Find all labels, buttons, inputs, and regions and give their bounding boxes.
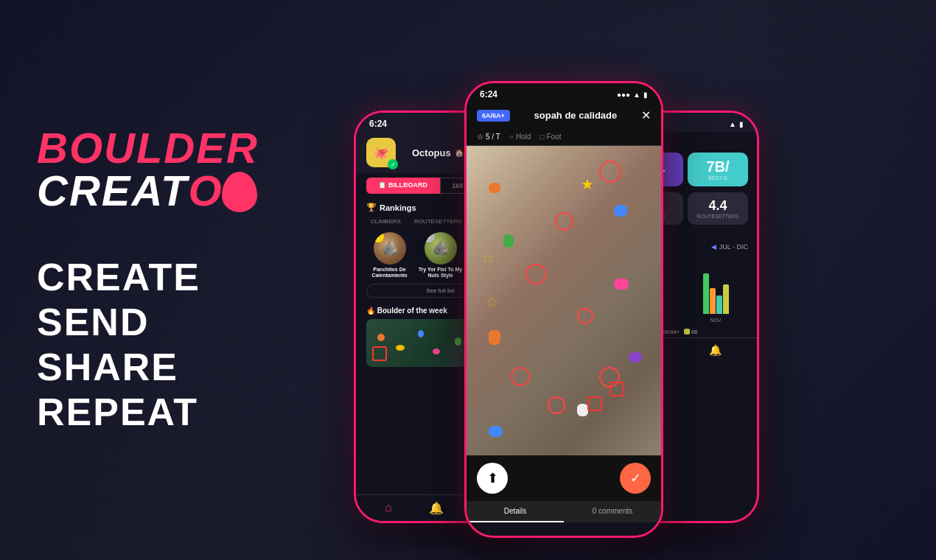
- foot-hold-1: [610, 382, 624, 396]
- phone-detail-screen: 6:24 ●●● ▲ ▮ 6A/6A+ sopah de calidade ✕: [467, 83, 661, 536]
- star-filter-icon: ☆: [477, 133, 483, 141]
- hold-1: [377, 334, 385, 341]
- route-hold-4: [577, 308, 593, 324]
- battery-icon-2: ▮: [643, 91, 648, 99]
- legend-label-6b: 6B: [691, 329, 698, 335]
- wall-hold-pink-1: [614, 279, 629, 290]
- legend-6b: 6B: [684, 329, 698, 335]
- bottom-actions: ⬆ ✓: [467, 455, 661, 501]
- grade-badge: 6A/6A+: [477, 110, 510, 122]
- rank-tab-routesetters[interactable]: ROUTESETTERS: [410, 217, 467, 226]
- wall-hold-orange-2: [489, 330, 500, 345]
- detail-tabs: Details 0 comments: [467, 501, 661, 522]
- stat-card-routesetters: 4.4 ROUTESETTERS: [688, 192, 748, 225]
- wifi-icon-2: ▲: [633, 91, 640, 99]
- status-icons-3: ▲ ▮: [729, 120, 744, 128]
- tab-comments[interactable]: 0 comments: [564, 501, 661, 522]
- left-section: BOULDER CREAT O CREATE SEND SHARE REPEAT: [0, 97, 317, 463]
- rank-tab-climbers[interactable]: CLIMBERS: [366, 217, 405, 226]
- share-button[interactable]: ⬆: [477, 463, 508, 494]
- wall-hold-green-1: [503, 234, 514, 248]
- nav-home-icon[interactable]: ⌂: [385, 501, 392, 515]
- nav-bell-icon[interactable]: 🔔: [429, 501, 444, 515]
- nov-label: NOV: [710, 318, 721, 323]
- route-hold-3: [525, 264, 546, 284]
- status-time-1: 6:24: [369, 119, 387, 129]
- wall-image: ★ ☆ ☆: [467, 146, 661, 455]
- rank-avatar-2: 2 🪨: [425, 232, 457, 265]
- month-range: JUL - DIC: [719, 243, 748, 251]
- boulder-header: 6A/6A+ sopah de calidade ✕: [467, 102, 661, 128]
- rank-item-1: 1 🪨 Panchitos De Calentamiento: [366, 232, 413, 279]
- route-hold-6: [548, 396, 565, 414]
- nov-group: NOV: [703, 273, 729, 323]
- close-button[interactable]: ✕: [641, 108, 651, 122]
- rank-item-2: 2 🪨 Try Yor Fist To My Nuts Style: [417, 232, 464, 279]
- tagline-share: SHARE: [37, 346, 280, 388]
- nav-bell-icon-3[interactable]: 🔔: [709, 344, 722, 356]
- tagline-create: CREATE: [37, 256, 280, 298]
- wall-hold-purple-1: [629, 352, 642, 363]
- wall-hold-blue-1: [614, 205, 627, 217]
- logo-o-letter: O: [188, 169, 223, 212]
- route-hold-1: [599, 161, 621, 183]
- battery-icon-3: ▮: [739, 120, 744, 128]
- hold-5: [455, 337, 461, 346]
- fire-icon: 🔥: [366, 307, 377, 315]
- gym-name-text: Octopus: [412, 147, 451, 158]
- wifi-icon-3: ▲: [729, 120, 736, 128]
- logo-creator: CREAT O: [37, 169, 280, 212]
- nov-bar-3: [716, 295, 722, 314]
- nov-bar-1: [703, 273, 709, 314]
- logo-boulder: BOULDER: [37, 127, 280, 169]
- status-bar-2: 6:24 ●●● ▲ ▮: [467, 83, 661, 102]
- tagline-repeat: REPEAT: [37, 391, 280, 433]
- wall-hold-orange-1: [489, 183, 500, 193]
- check-icon: ✓: [630, 470, 641, 486]
- share-icon: ⬆: [487, 470, 498, 486]
- filter-tab-star[interactable]: ☆ 5 / T: [477, 133, 500, 141]
- home-gym-icon: 🏠: [455, 149, 464, 157]
- send-button[interactable]: ✓: [620, 463, 651, 494]
- wall-hold-white-1: [577, 404, 588, 416]
- status-time-2: 6:24: [480, 89, 497, 99]
- route-marker: [372, 346, 387, 361]
- legend-label-6a: 6A/6A+: [663, 329, 680, 335]
- routesetters-label: ROUTESETTERS: [694, 214, 742, 219]
- route-hold-2: [555, 212, 573, 231]
- main-content: BOULDER CREAT O CREATE SEND SHARE REPEAT…: [0, 0, 936, 560]
- app-logo: BOULDER CREAT O: [37, 127, 280, 212]
- verified-badge: ✓: [388, 159, 398, 169]
- phones-section: 6:24 ▲ ▮ 🐙 ✓ Octopus 🏠: [317, 0, 936, 560]
- tagline-send: SEND: [37, 301, 280, 343]
- circle-filter-icon: ○: [509, 133, 514, 141]
- foot-hold-2: [587, 396, 602, 411]
- tab-billboard[interactable]: 📋 BILLBOARD: [366, 178, 440, 194]
- gym-logo-box: 🐙 ✓: [366, 138, 396, 167]
- hold-4: [433, 349, 440, 354]
- prev-month-icon[interactable]: ◀: [711, 243, 716, 251]
- star-marker-2: ☆: [481, 249, 495, 267]
- filter-tabs: ☆ 5 / T ○ Hold □ Foot: [467, 128, 661, 146]
- filter-tab-hold[interactable]: ○ Hold: [509, 133, 531, 141]
- boulder-title: sopah de calidade: [516, 110, 635, 121]
- status-icons-2: ●●● ▲ ▮: [617, 91, 648, 99]
- stat-card-best: 7B/ BEST G: [688, 153, 748, 186]
- routesetters-number: 4.4: [694, 198, 742, 214]
- best-grade-label: BEST G: [694, 175, 742, 181]
- taglines: CREATE SEND SHARE REPEAT: [37, 256, 280, 434]
- star-marker-3: ☆: [485, 293, 498, 311]
- tab-details[interactable]: Details: [467, 501, 564, 522]
- nov-bar-4: [723, 284, 729, 314]
- filter-tab-foot[interactable]: □ Foot: [539, 133, 561, 141]
- signal-icon: ●●●: [617, 91, 630, 99]
- rank-avatar-1: 1 🪨: [374, 232, 406, 265]
- logo-drop-icon: [222, 172, 257, 212]
- nov-bars: [703, 273, 729, 314]
- best-grade-number: 7B/: [694, 158, 742, 175]
- nov-bar-2: [710, 288, 716, 314]
- rank-name-2: Try Yor Fist To My Nuts Style: [417, 267, 464, 279]
- hold-3: [418, 330, 424, 337]
- wall-hold-blue-2: [489, 426, 503, 437]
- rank-badge-2: 2: [425, 232, 435, 242]
